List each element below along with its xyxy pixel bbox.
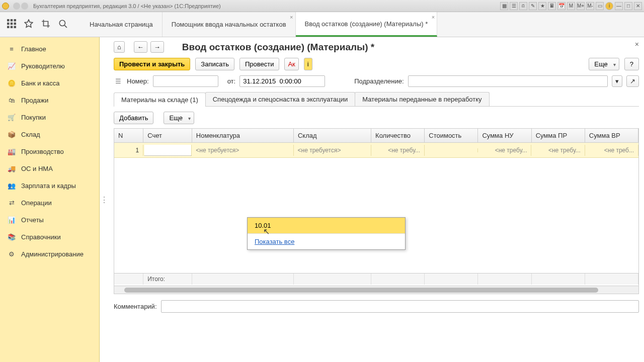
tab-assistant[interactable]: Помощник ввода начальных остатков × [163, 12, 296, 37]
toolbar-icon[interactable]: 🖩 [548, 2, 556, 10]
dropdown-icon[interactable]: ▾ [612, 75, 622, 87]
doc-title: Ввод остатков (создание) (Материалы) * [182, 42, 374, 53]
document-content: × ⌂ ← → Ввод остатков (создание) (Матери… [109, 37, 644, 362]
svg-point-9 [59, 20, 65, 26]
number-label: Номер: [127, 77, 149, 85]
doc-close-button[interactable]: × [635, 40, 639, 48]
sidebar-item-sales[interactable]: 🛍Продажи [0, 92, 99, 109]
comment-input[interactable] [161, 300, 639, 313]
apps-icon[interactable] [7, 19, 16, 30]
col-n[interactable]: N [114, 129, 143, 142]
col-sum-vr[interactable]: Сумма ВР [585, 129, 638, 142]
toolbar-icon[interactable]: ▭ [596, 2, 604, 10]
dtkt-button[interactable]: Ак [284, 58, 298, 70]
toolbar-icon[interactable]: ☰ [510, 2, 518, 10]
account-input[interactable] [144, 145, 192, 156]
toolbar-icon[interactable]: M [567, 2, 575, 10]
post-and-close-button[interactable]: Провести и закрыть [114, 58, 190, 70]
truck-icon: 🚚 [7, 164, 16, 173]
show-all-link[interactable]: Показать все [248, 233, 405, 249]
sidebar-item-refs[interactable]: 📚Справочники [0, 228, 99, 245]
open-icon[interactable]: ↗ [626, 75, 639, 87]
col-account[interactable]: Счет [143, 129, 192, 142]
dropdown-option[interactable]: 10.01 [248, 218, 405, 233]
sidebar-item-main[interactable]: ≡Главное [0, 40, 99, 57]
sidebar-item-label: Администрирование [21, 250, 84, 258]
tab-processing[interactable]: Материалы переданные в переработку [355, 92, 489, 106]
window-title: Бухгалтерия предприятия, редакция 3.0 / … [33, 3, 221, 9]
tab-start-page[interactable]: Начальная страница [80, 12, 163, 37]
sidebar-item-admin[interactable]: ⚙Администрирование [0, 245, 99, 262]
sidebar-item-bank[interactable]: 🪙Банк и касса [0, 74, 99, 92]
toolbar-icon[interactable]: ⛭ [519, 2, 527, 10]
horizontal-scrollbar[interactable] [114, 286, 638, 294]
search-icon[interactable] [58, 19, 67, 30]
nav-fwd-icon[interactable] [21, 3, 28, 10]
department-input[interactable] [408, 75, 608, 87]
back-button[interactable]: ← [134, 41, 147, 53]
sidebar-item-operations[interactable]: ⇄Операции [0, 194, 99, 211]
bars-icon: 📊 [7, 215, 16, 224]
close-button[interactable]: ✕ [634, 2, 642, 10]
grid-more-button[interactable]: Еще [164, 112, 194, 124]
cell-nu[interactable]: <не требу... [478, 145, 531, 156]
list-icon[interactable]: ☰ [114, 77, 123, 86]
number-input[interactable] [153, 75, 218, 87]
close-icon[interactable]: × [432, 14, 435, 20]
crop-icon[interactable] [41, 19, 50, 30]
col-nomenclature[interactable]: Номенклатура [192, 129, 294, 142]
minimize-button[interactable]: — [615, 2, 623, 10]
home-button[interactable]: ⌂ [114, 41, 125, 53]
sidebar-item-production[interactable]: 🏭Производство [0, 143, 99, 160]
info-button[interactable]: i [304, 58, 312, 70]
nav-back-icon[interactable] [13, 3, 20, 10]
sidebar-item-purchases[interactable]: 🛒Покупки [0, 109, 99, 126]
tab-label: Начальная страница [90, 21, 153, 28]
toolbar-icon[interactable]: M- [586, 2, 594, 10]
sidebar-item-assets[interactable]: 🚚ОС и НМА [0, 160, 99, 177]
grid-footer: Итого: [114, 273, 638, 285]
cell-qty[interactable]: <не требу... [371, 145, 425, 156]
forward-button[interactable]: → [150, 41, 164, 53]
col-cost[interactable]: Стоимость [425, 129, 478, 142]
help-icon[interactable]: i [605, 2, 613, 10]
maximize-button[interactable]: □ [624, 2, 632, 10]
sidebar-item-manager[interactable]: 📈Руководителю [0, 57, 99, 74]
cell-warehouse[interactable]: <не требуется> [294, 145, 371, 156]
sidebar-collapse[interactable]: ⋮ [100, 37, 109, 362]
cell-cost[interactable] [425, 148, 478, 152]
write-button[interactable]: Записать [195, 58, 234, 70]
close-icon[interactable]: × [290, 14, 293, 20]
table-row[interactable]: 1 ▾ ↗ <не требуется> <не требуется> <не … [114, 143, 638, 158]
post-button[interactable]: Провести [239, 58, 280, 70]
col-sum-pr[interactable]: Сумма ПР [532, 129, 585, 142]
sidebar-item-label: Банк и касса [21, 79, 60, 87]
toolbar-icon[interactable]: 📅 [557, 2, 566, 10]
sidebar-item-warehouse[interactable]: 📦Склад [0, 126, 99, 143]
more-button[interactable]: Еще [589, 58, 619, 70]
cart-icon: 🛒 [7, 113, 16, 122]
col-qty[interactable]: Количество [371, 129, 425, 142]
sidebar-item-hr[interactable]: 👥Зарплата и кадры [0, 177, 99, 194]
toolbar-icon[interactable]: ✎ [529, 2, 537, 10]
toolbar-icon[interactable]: ★ [538, 2, 546, 10]
toolbar-icon[interactable]: M+ [577, 2, 585, 10]
cell-pr[interactable]: <не требу... [531, 145, 585, 156]
svg-rect-3 [7, 23, 10, 25]
col-warehouse[interactable]: Склад [294, 129, 371, 142]
date-input[interactable] [239, 75, 325, 87]
tab-workwear[interactable]: Спецодежда и спецоснастка в эксплуатации [205, 92, 355, 106]
star-icon[interactable] [24, 19, 33, 30]
svg-rect-6 [7, 26, 10, 29]
col-sum-nu[interactable]: Сумма НУ [478, 129, 531, 142]
add-row-button[interactable]: Добавить [114, 112, 153, 124]
help-button[interactable]: ? [624, 58, 639, 70]
toolbar-icon[interactable]: ▦ [500, 2, 508, 10]
cell-account[interactable]: ▾ ↗ [143, 145, 192, 156]
cell-vr[interactable]: <не треб... [585, 145, 638, 156]
sidebar-item-reports[interactable]: 📊Отчеты [0, 211, 99, 228]
cell-nomenclature[interactable]: <не требуется> [192, 145, 293, 156]
svg-rect-8 [14, 26, 17, 29]
tab-document[interactable]: Ввод остатков (создание) (Материалы) * × [296, 12, 438, 37]
tab-materials-warehouse[interactable]: Материалы на складе (1) [114, 93, 206, 107]
